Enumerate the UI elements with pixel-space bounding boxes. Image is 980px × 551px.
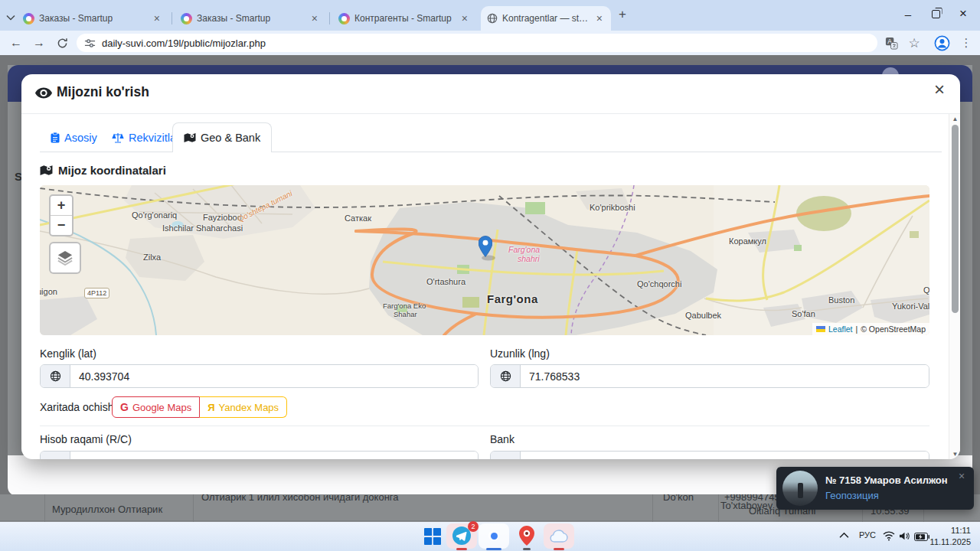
geo-map-icon [184,132,196,143]
map-place-label: Fayziobod [203,213,242,222]
tray-time: 11:11 [930,525,971,536]
tab-geo-bank-active[interactable]: Geo & Bank [172,122,272,152]
window-restore-button[interactable] [923,0,949,28]
geo-notification-toast[interactable]: № 7158 Умаров Асилжон Геопозиция × [776,467,974,510]
map-eko-label: Farg'ona Eko [383,302,426,310]
window-close-button[interactable]: × [950,0,976,28]
bookmark-star-icon[interactable]: ☆ [905,34,923,51]
windows-start-button[interactable] [424,528,441,548]
yandex-maps-button[interactable]: Я Yandex Maps [200,396,287,418]
battery-icon[interactable] [914,533,929,541]
lng-label: Uzunlik (lng) [490,347,550,360]
lng-input-group [490,364,929,388]
tab-close-icon[interactable]: × [309,12,320,24]
open-in-map-label: Xaritada ochish [40,401,114,413]
road-shield: 4P112 [84,288,109,298]
map-city-sub-label: Farg'ona [508,245,540,254]
tab-close-icon[interactable]: × [459,12,470,24]
browser-menu-kebab-icon[interactable]: ⋮ [957,34,975,51]
account-input[interactable] [70,452,478,459]
map-pin-app-icon [519,526,534,549]
smartup-favicon [338,13,350,24]
map-place-label: O'rtashura [426,277,466,286]
speaker-icon[interactable] [899,531,910,541]
map-place-label: Qo'rg'onariq [132,210,177,220]
modal-scrollbar[interactable]: ▲ ▼ [949,114,960,459]
toast-title: № 7158 Умаров Асилжон [825,474,948,486]
telegram-icon [452,527,471,548]
cloud-icon [549,529,569,546]
google-maps-button[interactable]: G Google Maps [112,396,200,418]
modal-close-icon[interactable]: × [934,80,945,99]
osm-link[interactable]: © OpenStreetMap [861,324,926,334]
taskbar: 2 РУС [0,522,980,551]
toast-geo-link[interactable]: Геопозиция [825,490,879,501]
map-place-label: So'fan [792,309,815,318]
zoom-out-button[interactable]: − [51,216,72,235]
browser-tab-2[interactable]: Заказы - Smartup × [175,6,326,31]
browser-tabstrip: Заказы - Smartup × Заказы - Smartup × Ко… [0,0,980,31]
translate-icon[interactable]: A [882,34,900,51]
map-place-label: Ishchilar Shaharchasi [162,223,243,233]
scales-icon [112,132,124,143]
leaflet-map[interactable]: Qo'rg'onariq Fayziobod Ishchilar Shaharc… [40,185,929,335]
tray-clock[interactable]: 11:11 11.11.2025 [930,525,971,548]
reload-button[interactable] [52,34,72,52]
tab-title: Kontragentlar — stacked moda [502,13,590,24]
taskbar-chrome-button[interactable] [479,523,509,549]
zoom-in-button[interactable]: + [51,196,72,216]
tab-title: Контрагенты - Smartup [354,13,452,24]
map-links-group: G Google Maps Я Yandex Maps [112,396,287,418]
browser-tab-3[interactable]: Контрагенты - Smartup × [332,6,476,31]
yandex-ya-icon: Я [207,402,214,413]
map-city-sub-label: shahri [518,254,540,263]
forward-button[interactable]: → [29,34,49,52]
bank-input[interactable] [521,452,929,459]
language-indicator[interactable]: РУС [859,530,876,540]
mijozni-korish-modal: Mijozni ko'rish × Asosiy Rekvizitlar Geo… [21,74,960,459]
wifi-icon[interactable] [883,531,895,541]
window-minimize-button[interactable]: – [895,0,921,28]
account-input-group [40,451,479,459]
toast-close-icon[interactable]: × [959,470,965,482]
taskbar-maps-button[interactable] [511,523,542,549]
tray-chevron-up-icon[interactable] [839,532,849,539]
modal-title: Mijozni ko'rish [57,84,149,100]
map-zoom-control: + − [49,194,74,236]
row-address: Олтиарик 1 йлил хисобон ичидаги доконга [201,494,399,503]
tab-label: Geo & Bank [201,132,260,144]
site-settings-icon[interactable] [84,37,96,49]
lat-input[interactable] [70,365,478,387]
leaflet-link[interactable]: Leaflet [828,324,853,334]
eye-icon [35,87,52,102]
tab-search-icon[interactable] [6,10,15,24]
taskbar-cloud-button[interactable] [544,523,574,549]
scroll-up-icon[interactable]: ▲ [949,116,960,122]
avatar [782,471,818,506]
layers-control-button[interactable] [49,242,81,274]
map-place-label: Корамкул [729,236,766,246]
url-bar[interactable]: daily-suvi.com/19l/public/mijozlar.php [77,34,877,52]
clipboard-icon [51,132,60,143]
tab-label: Asosiy [64,132,97,144]
map-eko-label: Shahar [394,310,417,318]
back-button[interactable]: ← [6,34,26,52]
tab-title: Заказы - Smartup [197,13,270,24]
account-label: Hisob raqami (R/C) [40,433,132,445]
tab-close-icon[interactable]: × [594,12,605,24]
scrollbar-thumb[interactable] [952,125,959,313]
browser-tab-4-active[interactable]: Kontragentlar — stacked moda × [481,6,611,31]
url-text[interactable]: daily-suvi.com/19l/public/mijozlar.php [102,37,266,49]
map-place-label: uigon [40,287,57,296]
new-tab-button[interactable]: + [619,7,626,22]
map-marker-pin-icon[interactable] [479,235,492,261]
map-place-label: Zilxa [143,253,161,262]
tab-asosiy[interactable]: Asosiy [40,122,108,152]
profile-avatar-icon[interactable] [933,34,951,51]
telegram-badge: 2 [468,521,479,532]
tab-close-icon[interactable]: × [152,12,162,24]
browser-tab-1[interactable]: Заказы - Smartup × [17,6,168,31]
lng-input[interactable] [521,365,929,387]
taskbar-telegram-button[interactable]: 2 [446,523,477,549]
map-place-label: Qabulbek [685,311,721,320]
